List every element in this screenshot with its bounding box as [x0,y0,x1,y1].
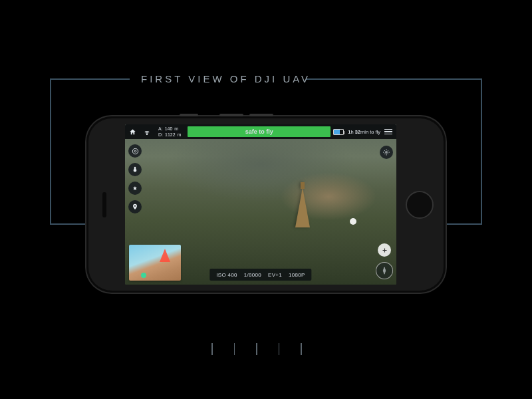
altitude-distance-readout: A: 140 m D: 1122 m [154,126,185,138]
distance-value: 1122 [165,132,176,138]
tick-mark [211,343,213,355]
flight-time-hours-unit: h [350,129,353,135]
signal-icon[interactable] [140,124,154,139]
flight-time-minutes: 32 [355,129,360,135]
svg-point-3 [134,205,136,207]
altitude-unit: m [174,126,178,132]
battery-icon[interactable] [333,129,344,135]
tick-mark [301,343,302,355]
record-icon[interactable] [378,243,391,257]
camera-settings-bar[interactable]: ISO 400 1/8000 EV+1 1080P [209,269,311,281]
distance-label: D: [158,132,163,138]
altitude-value: 140 [165,126,173,132]
svg-point-1 [134,150,136,152]
camera-ev: EV+1 [268,272,282,278]
landmark-tower [295,188,310,227]
distance-unit: m [178,132,182,138]
left-toolbar [128,144,142,213]
svg-point-2 [132,148,138,154]
tick-mark [279,343,280,355]
tick-mark [234,343,235,355]
flight-status-badge[interactable]: safe to fly [188,126,331,137]
gimbal-icon[interactable] [128,144,142,158]
page-title: FIRST VIEW OF DJI UAV [141,73,311,84]
flight-time-remaining: 1h 32min to fly [345,129,383,135]
waypoint-marker [350,218,356,225]
camera-shutter: 1/8000 [244,272,261,278]
settings-icon[interactable] [380,146,393,159]
svg-point-4 [386,152,388,154]
phone-power-button [180,114,198,116]
phone-home-button[interactable] [406,191,434,219]
right-toolbar-bottom [376,243,393,279]
camera-resolution: 1080P [289,272,305,278]
phone-volume-button [249,114,273,116]
menu-icon[interactable] [384,129,392,135]
compass-icon[interactable] [376,262,393,279]
camera-iso: ISO 400 [216,272,237,278]
altitude-label: A: [158,126,163,132]
status-bar: A: 140 m D: 1122 m safe to fly 1h 32min … [125,124,396,139]
flight-time-suffix: min to fly [360,129,380,135]
home-icon[interactable] [125,124,140,139]
tick-mark [256,343,257,355]
minimap[interactable] [129,245,181,281]
tracking-icon[interactable] [128,182,142,195]
timeline-ticks [211,343,302,355]
svg-point-0 [146,134,147,134]
gesture-icon[interactable] [128,163,142,176]
phone-frame: A: 140 m D: 1122 m safe to fly 1h 32min … [86,116,446,293]
phone-volume-button [219,114,243,116]
poi-icon[interactable] [128,200,142,213]
app-screen: A: 140 m D: 1122 m safe to fly 1h 32min … [125,124,396,285]
right-toolbar-top [380,146,393,159]
